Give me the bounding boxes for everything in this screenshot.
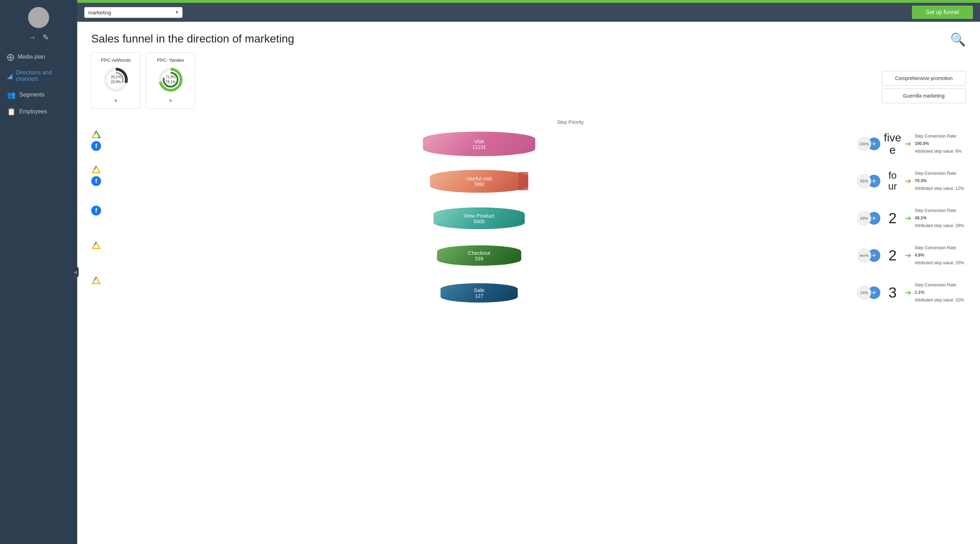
funnel-shape-sale: Sale 127 24% <box>105 283 854 302</box>
useful-visit-channel-icons: f <box>91 158 101 193</box>
funnel-stage-sale: Sale 127 24% + 3 ➔ Step Conversion Rate:… <box>105 275 966 310</box>
sale-stats: Step Conversion Rate: 1.1% Attributed st… <box>915 282 964 304</box>
media-plan-icon: ⨁ <box>7 52 14 61</box>
segments-icon: 👥 <box>7 91 16 99</box>
google-ads-icon-useful <box>91 165 101 175</box>
guerrilla-marketing-button[interactable]: Guerrilla marketing <box>882 88 966 103</box>
view-percent-badge: 69% <box>857 211 871 225</box>
sidebar-item-media-plan[interactable]: ⨁ Media plan <box>0 48 77 65</box>
sale-channel-icons <box>91 263 101 298</box>
sidebar-item-label: Segments <box>19 92 45 98</box>
facebook-icon-view: f <box>91 206 101 215</box>
sale-ellipse[interactable]: Sale 127 <box>441 283 518 302</box>
direction-select-wrapper: marketing sales support ▼ <box>84 7 183 18</box>
filter-icon: ◢ <box>7 72 12 80</box>
step-priority-header: Step Priority <box>175 119 966 125</box>
google-ads-icon-checkout <box>91 241 101 251</box>
facebook-icon-useful: f <box>91 176 101 186</box>
avatar <box>28 7 49 28</box>
yandex-val1: 71.9% <box>165 75 175 80</box>
facebook-icon-visit: f <box>91 141 101 151</box>
sidebar-collapse-button[interactable]: « <box>73 267 79 277</box>
visit-ellipse[interactable]: Visit 11231 <box>423 132 535 156</box>
content-area: Sales funnel in the direction of marketi… <box>77 22 980 544</box>
sidebar-item-directions[interactable]: ◢ Directions and channels <box>0 65 77 86</box>
checkout-stats: Step Conversion Rate: 4.8% Attributed st… <box>915 244 964 267</box>
useful-arrow-icon: ➔ <box>905 177 911 186</box>
adwords-center-text: 28.1% 20.9% <box>111 75 121 84</box>
view-label: View Product <box>464 213 495 219</box>
checkout-ellipse[interactable]: Checkout 539 <box>437 245 521 266</box>
sidebar-item-label: Directions and channels <box>16 70 70 82</box>
checkout-label: Checkout <box>468 250 490 256</box>
useful-label: Useful visit <box>466 175 492 181</box>
sale-count: 127 <box>475 293 483 299</box>
visit-priority: five e <box>884 132 901 156</box>
funnel-stage-visit: Visit 11231 100% + five e ➔ Step Convers… <box>105 126 966 161</box>
adwords-chevron-icon: ▼ <box>113 98 118 103</box>
checkout-arrow-icon: ➔ <box>905 251 911 260</box>
view-step-info: + 2 ➔ Step Conversion Rate: 48.1% Attrib… <box>868 201 966 236</box>
view-count: 5400 <box>474 219 484 224</box>
view-arrow-icon: ➔ <box>905 214 911 223</box>
page-title: Sales funnel in the direction of marketi… <box>91 32 966 45</box>
funnel-stage-useful-visit: Useful visit 7892 65% + fo ur ➔ Step Con… <box>105 164 966 199</box>
adwords-val1: 28.1% <box>111 75 121 80</box>
sidebar-item-label: Media plan <box>18 54 45 60</box>
useful-step-info: + fo ur ➔ Step Conversion Rate: 70.3% At… <box>868 164 966 199</box>
funnel-shape-view: View Product 5400 69% <box>105 207 854 229</box>
visit-stats: Step Conversion Rate: 100.0% Attributed … <box>915 133 961 156</box>
adwords-val2: 20.9% <box>111 80 121 84</box>
funnel-shape-checkout: Checkout 539 ten% <box>105 245 854 266</box>
checkout-percent-badge: ten% <box>857 248 871 262</box>
channel-icons-column: f f f <box>91 123 105 312</box>
view-ellipse[interactable]: View Product 5400 <box>433 207 525 229</box>
promotion-buttons: Comprehensive promotion Guerrilla market… <box>882 71 966 103</box>
sale-priority: 3 <box>884 284 901 301</box>
employees-icon: 📋 <box>7 107 16 116</box>
sidebar-nav: ⨁ Media plan ◢ Directions and channels 👥… <box>0 48 77 120</box>
visit-channel-icons: f <box>91 123 101 158</box>
yandex-val2: 79.1% <box>165 80 175 84</box>
view-priority: 2 <box>884 210 901 227</box>
yandex-center-text: 71.9% 79.1% <box>165 75 175 84</box>
edit-icon[interactable]: ✎ <box>43 33 49 42</box>
funnel-area: f f f <box>91 119 966 312</box>
sale-arrow-icon: ➔ <box>905 288 911 297</box>
channel-adwords-label: PPC-AdWords <box>101 57 130 63</box>
view-product-channel-icons: f <box>91 193 101 228</box>
channel-card-adwords[interactable]: PPC-AdWords 28.1% 20.9% ▼ <box>91 52 140 109</box>
google-ads-icon-visit <box>91 130 101 140</box>
green-accent-stripe <box>77 0 980 3</box>
sidebar: → ✎ ⨁ Media plan ◢ Directions and channe… <box>0 0 77 544</box>
funnel-stage-checkout: Checkout 539 ten% + 2 ➔ Step Conversion … <box>105 238 966 273</box>
sale-label: Sale <box>474 287 484 293</box>
sidebar-item-label: Employees <box>19 108 47 115</box>
channel-cards-row: PPC-AdWords 28.1% 20.9% ▼ PPC- Yandex <box>91 52 966 109</box>
visit-label: Visit <box>474 138 484 144</box>
topbar: marketing sales support ▼ Set up funnel <box>77 3 980 22</box>
visit-count: 11231 <box>473 144 486 150</box>
comprehensive-promotion-button[interactable]: Comprehensive promotion <box>882 71 966 86</box>
checkout-count: 539 <box>475 256 483 261</box>
checkout-channel-icons <box>91 228 101 263</box>
checkout-step-info: + 2 ➔ Step Conversion Rate: 4.8% Attribu… <box>868 238 966 273</box>
useful-count: 7892 <box>474 181 484 187</box>
view-stats: Step Conversion Rate: 48.1% Attributed s… <box>915 207 964 230</box>
adwords-donut: 28.1% 20.9% <box>102 66 130 94</box>
direction-select[interactable]: marketing sales support <box>84 7 183 18</box>
channel-card-yandex[interactable]: PPC- Yandex 71.9% 79.1% ▼ <box>146 52 195 109</box>
main-content: marketing sales support ▼ Set up funnel … <box>77 0 980 544</box>
funnel-shape-visit: Visit 11231 100% <box>105 132 854 156</box>
setup-funnel-button[interactable]: Set up funnel <box>912 6 973 19</box>
logout-icon[interactable]: → <box>29 33 36 42</box>
sale-step-info: + 3 ➔ Step Conversion Rate: 1.1% Attribu… <box>868 275 966 310</box>
useful-percent-badge: 65% <box>857 174 871 188</box>
sidebar-item-segments[interactable]: 👥 Segments <box>0 86 77 103</box>
sale-percent-badge: 24% <box>857 286 871 300</box>
useful-ellipse[interactable]: Useful visit 7892 <box>430 170 528 192</box>
useful-stats: Step Conversion Rate: 70.3% Attributed s… <box>915 170 964 192</box>
search-icon[interactable]: 🔍 <box>950 32 966 47</box>
visit-step-info: + five e ➔ Step Conversion Rate: 100.0% … <box>868 126 966 161</box>
sidebar-item-employees[interactable]: 📋 Employees <box>0 103 77 120</box>
